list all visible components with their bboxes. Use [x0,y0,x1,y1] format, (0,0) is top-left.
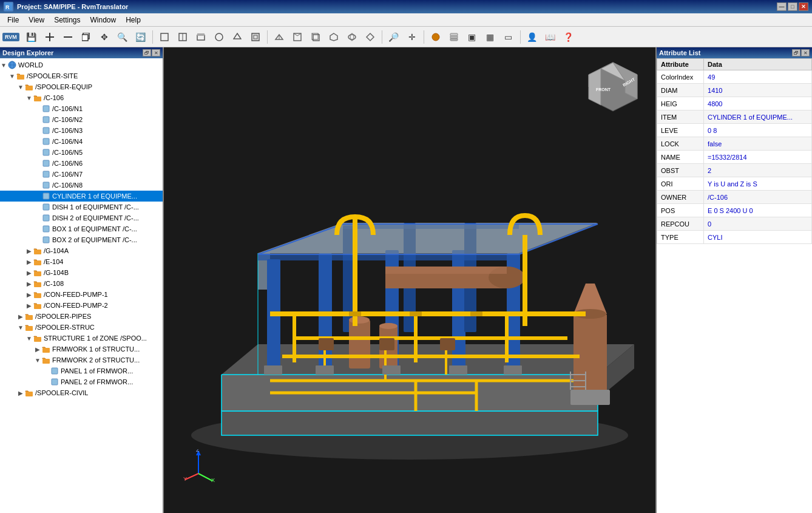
3d-button-1[interactable] [271,29,288,45]
box-button-3[interactable] [192,29,209,45]
tree-item-frmwork2[interactable]: ▼FRMWORK 2 of STRUCTU... [0,355,163,365]
tree-item-c-106-n5[interactable]: /C-106/N5 [0,147,163,158]
viewport-3d[interactable]: FRONT RIGHT Z Y X [164,47,655,513]
tree-toggle-c-106[interactable]: ▼ [25,95,33,101]
attr-row-11[interactable]: REPCOU0 [657,217,812,231]
copy-button[interactable] [78,29,95,45]
tree-toggle-frmwork1[interactable]: ▶ [34,346,41,353]
move-button[interactable]: ✥ [96,29,113,45]
attr-row-3[interactable]: ITEMCYLINDER 1 of EQUIPME... [657,110,812,124]
attr-row-10[interactable]: POSE 0 S 2400 U 0 [657,204,812,217]
de-close-button[interactable]: ✕ [152,49,160,56]
help-button[interactable]: ❓ [560,29,577,45]
tree-item-c-106-n1[interactable]: /C-106/N1 [0,103,163,114]
attr-row-0[interactable]: ColorIndex49 [657,70,812,84]
attr-row-12[interactable]: TYPECYLI [657,231,812,244]
user-button[interactable]: 👤 [524,29,541,45]
close-button[interactable]: ✕ [799,2,808,11]
tree-toggle-spooler-civil[interactable]: ▶ [17,390,24,396]
tree-item-spooler-civil[interactable]: ▶/SPOOLER-CIVIL [0,387,163,398]
tree-item-c-106-n7[interactable]: /C-106/N7 [0,169,163,180]
attr-row-2[interactable]: HEIG4800 [657,97,812,110]
tree-item-structure1[interactable]: ▼STRUCTURE 1 of ZONE /SPOO... [0,333,163,344]
3d-button-2[interactable] [289,29,306,45]
tree-item-con-feed-pump-2[interactable]: ▶/CON-FEED-PUMP-2 [0,300,163,311]
tree-toggle-c-108[interactable]: ▶ [25,280,33,287]
tree-toggle-con-feed-pump-1[interactable]: ▶ [25,291,33,298]
menu-item-help[interactable]: Help [121,15,146,25]
subtract-button[interactable] [59,29,76,45]
tree-toggle-world[interactable]: ▼ [0,62,7,69]
tree-item-c-106[interactable]: ▼/C-106 [0,92,163,103]
nav-cube[interactable]: FRONT RIGHT [583,59,643,114]
tree-toggle-spooler-site[interactable]: ▼ [8,73,16,80]
tree-toggle-structure1[interactable]: ▼ [25,335,33,342]
tree-item-frmwork1[interactable]: ▶FRMWORK 1 of STRUCTU... [0,344,163,355]
design-explorer-tree[interactable]: ▼WORLD▼/SPOOLER-SITE▼/SPOOLER-EQUIP▼/C-1… [0,58,163,513]
al-restore-button[interactable]: 🗗 [792,49,800,56]
zoom-button[interactable]: 🔎 [385,29,402,45]
tree-toggle-spooler-equip[interactable]: ▼ [17,84,24,90]
tree-item-spooler-struc[interactable]: ▼/SPOOLER-STRUC [0,322,163,333]
attr-row-7[interactable]: OBST2 [657,164,812,177]
tree-item-c-106-n8[interactable]: /C-106/N8 [0,180,163,191]
minimize-button[interactable]: — [777,2,787,11]
attr-row-1[interactable]: DIAM1410 [657,84,812,97]
search-button[interactable]: 🔍 [114,29,131,45]
tree-item-c-106-n6[interactable]: /C-106/N6 [0,158,163,169]
tree-item-cylinder1[interactable]: CYLINDER 1 of EQUIPME... [0,191,163,202]
tree-toggle-frmwork2[interactable]: ▼ [34,357,41,364]
tree-item-c-108[interactable]: ▶/C-108 [0,278,163,289]
tree-toggle-con-feed-pump-2[interactable]: ▶ [25,302,33,309]
tree-item-spooler-site[interactable]: ▼/SPOOLER-SITE [0,70,163,81]
tree-item-g-104b[interactable]: ▶/G-104B [0,267,163,278]
attr-row-9[interactable]: OWNER/C-106 [657,191,812,204]
tree-toggle-e-104[interactable]: ▶ [25,259,33,265]
tree-item-c-106-n3[interactable]: /C-106/N3 [0,125,163,136]
3d-button-3[interactable] [307,29,324,45]
add-button[interactable] [41,29,58,45]
menu-item-window[interactable]: Window [86,15,121,25]
tree-item-g-104a[interactable]: ▶/G-104A [0,245,163,256]
de-restore-button[interactable]: 🗗 [143,49,151,56]
tree-toggle-spooler-struc[interactable]: ▼ [17,324,24,331]
tree-item-e-104[interactable]: ▶/E-104 [0,256,163,267]
tree-item-spooler-pipes[interactable]: ▶/SPOOLER-PIPES [0,311,163,322]
layer-button[interactable] [445,29,462,45]
select-filter-button[interactable]: ▣ [464,29,481,45]
sphere-button[interactable] [427,29,444,45]
save-button[interactable]: 💾 [23,29,40,45]
tree-item-con-feed-pump-1[interactable]: ▶/CON-FEED-PUMP-1 [0,289,163,300]
tree-toggle-g-104b[interactable]: ▶ [25,270,33,276]
menu-item-settings[interactable]: Settings [49,15,85,25]
tree-toggle-g-104a[interactable]: ▶ [25,248,33,254]
al-close-button[interactable]: ✕ [801,49,810,56]
tree-item-world[interactable]: ▼WORLD [0,59,163,70]
tree-item-dish1[interactable]: DISH 1 of EQUIPMENT /C-... [0,202,163,212]
tree-item-c-106-n2[interactable]: /C-106/N2 [0,114,163,125]
3d-button-5[interactable] [343,29,360,45]
tree-toggle-spooler-pipes[interactable]: ▶ [17,313,24,320]
tree-item-panel2[interactable]: PANEL 2 of FRMWOR... [0,376,163,387]
grid-button[interactable]: ▦ [482,29,499,45]
attr-row-5[interactable]: LOCKfalse [657,137,812,151]
3d-button-6[interactable] [362,29,379,45]
menu-item-view[interactable]: View [24,15,49,25]
attr-row-8[interactable]: ORIY is U and Z is S [657,177,812,191]
book-button[interactable]: 📖 [542,29,559,45]
tree-item-box1[interactable]: BOX 1 of EQUIPMENT /C-... [0,223,163,234]
maximize-button[interactable]: □ [788,2,797,11]
box-button-2[interactable] [174,29,191,45]
refresh-button[interactable]: 🔄 [132,29,149,45]
cursor-button[interactable]: ✛ [404,29,421,45]
box-button-6[interactable] [247,29,264,45]
box-button-5[interactable] [229,29,246,45]
box-button-1[interactable] [156,29,173,45]
attr-row-4[interactable]: LEVE0 8 [657,124,812,137]
rect-button[interactable]: ▭ [500,29,517,45]
attr-row-6[interactable]: NAME=15332/2814 [657,151,812,164]
tree-item-dish2[interactable]: DISH 2 of EQUIPMENT /C-... [0,212,163,223]
tree-item-spooler-equip[interactable]: ▼/SPOOLER-EQUIP [0,81,163,92]
3d-button-4[interactable] [325,29,342,45]
tree-item-panel1[interactable]: PANEL 1 of FRMWOR... [0,365,163,376]
